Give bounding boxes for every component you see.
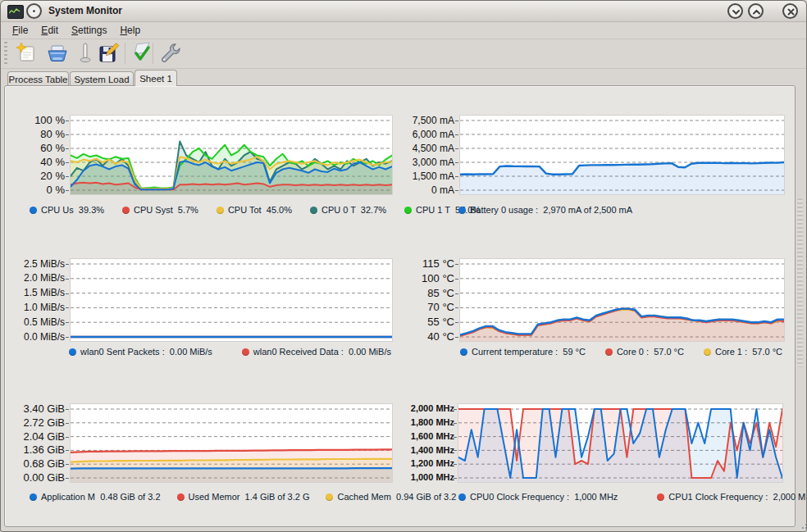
- legend-item: Core 0 : 57.0 °C: [605, 347, 684, 357]
- menu-settings[interactable]: Settings: [65, 23, 113, 38]
- memory-chart-tick-label: 3.40 GiB: [12, 402, 65, 415]
- configure-button[interactable]: [157, 41, 182, 66]
- memory-chart-tick-label: 1.36 GiB: [12, 443, 65, 456]
- battery-chart-tick-label: 1,500 mA: [402, 171, 454, 182]
- series-color-dot: [704, 348, 711, 356]
- battery-chart-tick-label: 0 mA: [402, 184, 454, 196]
- folder-open-icon: [45, 41, 70, 66]
- series-color-dot: [326, 493, 333, 501]
- legend-label: CPU0 Clock Frequency : 1,000 MHz: [470, 492, 618, 502]
- legend-label: CPU 0 T 32.7%: [321, 205, 386, 215]
- titlebar: System Monitor: [1, 1, 806, 22]
- tab-sheet-1[interactable]: Sheet 1: [134, 70, 177, 86]
- legend-label: CPU Tot 45.0%: [228, 205, 292, 215]
- window-menu-button[interactable]: [26, 3, 42, 19]
- memory-chart-tick-label: 0.68 GiB: [12, 457, 65, 470]
- menu-edit[interactable]: Edit: [34, 23, 65, 38]
- axis-tick-mark: [66, 264, 69, 265]
- series-color-dot: [404, 207, 412, 214]
- apply-check-button[interactable]: [130, 41, 154, 66]
- resize-grip[interactable]: [802, 527, 804, 529]
- save-edit-icon: [96, 41, 121, 66]
- tab-process-table[interactable]: Process Table: [7, 71, 69, 86]
- axis-tick-mark: [455, 264, 458, 265]
- axis-tick-mark: [454, 409, 457, 410]
- axis-tick-mark: [66, 437, 69, 438]
- temperature-chart[interactable]: [460, 259, 784, 341]
- cpu-clock-frequency-chart-tick-label: 1,600 MHz: [402, 431, 454, 441]
- wlan0-traffic-chart-tick-label: 2.0 MiB/s: [12, 272, 65, 284]
- maximize-button[interactable]: [748, 3, 764, 19]
- menu-help[interactable]: Help: [113, 23, 147, 38]
- legend-item: Battery 0 usage : 2,970 mA of 2,500 mA: [458, 205, 632, 215]
- legend-label: Used Memor 1.4 GiB of 3.2 G: [189, 492, 310, 502]
- sensor-display-button[interactable]: [73, 41, 98, 66]
- axis-tick-mark: [66, 423, 69, 424]
- menu-file[interactable]: File: [6, 23, 34, 38]
- legend-label: CPU Us 39.3%: [41, 205, 104, 215]
- toolbar-drag-handle[interactable]: [4, 42, 7, 65]
- series-color-dot: [458, 207, 466, 214]
- legend-item: Current temperature : 59 °C: [460, 347, 586, 357]
- legend-label: wlan0 Sent Packets : 0.00 MiB/s: [80, 347, 212, 357]
- axis-tick-mark: [66, 409, 69, 410]
- wlan0-traffic-chart[interactable]: [71, 259, 392, 341]
- cpu-clock-frequency-chart-tick-label: 1,000 MHz: [402, 472, 454, 482]
- battery-chart-tick-label: 7,500 mA: [402, 115, 454, 126]
- minimize-button[interactable]: [727, 3, 743, 19]
- memory-chart[interactable]: [71, 404, 392, 482]
- memory-chart-tick-label: 2.72 GiB: [12, 416, 65, 429]
- series-color-dot: [122, 207, 130, 214]
- battery-chart[interactable]: [460, 116, 784, 194]
- axis-tick-mark: [455, 162, 458, 163]
- toolbar-separator: [153, 43, 153, 64]
- axis-tick-mark: [66, 337, 69, 338]
- legend-item: Cached Mem 0.94 GiB of 3.2: [326, 492, 456, 502]
- axis-tick-mark: [66, 120, 69, 121]
- axis-tick-mark: [455, 337, 458, 338]
- cpu-usage-chart-tick-label: 80 %: [12, 128, 65, 140]
- series-color-dot: [177, 493, 185, 501]
- cpu-clock-frequency-chart[interactable]: [458, 404, 782, 482]
- vertical-scrollbar[interactable]: [797, 198, 803, 367]
- axis-tick-mark: [454, 437, 457, 438]
- system-monitor-window: System Monitor File Edit Settings Help: [0, 0, 807, 532]
- axis-tick-mark: [66, 464, 69, 465]
- legend-item: CPU Syst 5.7%: [122, 205, 198, 215]
- wlan0-traffic-chart-tick-label: 0.0 MiB/s: [12, 331, 65, 343]
- legend-label: CPU1 Clock Frequency : 2,000 MHz: [668, 492, 807, 502]
- cpu-usage-chart-tick-label: 40 %: [12, 156, 65, 168]
- series-color-dot: [69, 348, 76, 356]
- series-color-dot: [657, 493, 664, 501]
- tab-system-load[interactable]: System Load: [70, 71, 134, 86]
- document-new-icon: [14, 41, 39, 66]
- cpu-usage-chart[interactable]: [71, 116, 392, 194]
- temperature-chart-tick-label: 55 °C: [402, 316, 454, 328]
- app-monitor-icon: [7, 5, 24, 19]
- import-worksheet-button[interactable]: [45, 41, 70, 66]
- axis-tick-mark: [455, 190, 458, 191]
- memory-chart-tick-label: 2.04 GiB: [12, 430, 65, 443]
- series-color-dot: [605, 348, 613, 356]
- export-worksheet-button[interactable]: [96, 41, 121, 66]
- axis-tick-mark: [454, 423, 457, 424]
- legend-item: Core 1 : 57.0 °C: [704, 347, 782, 357]
- close-button[interactable]: [782, 3, 798, 19]
- check-icon: [130, 41, 154, 66]
- legend-item: CPU0 Clock Frequency : 1,000 MHz: [458, 492, 618, 502]
- wlan0-traffic-chart-tick-label: 1.0 MiB/s: [12, 302, 65, 313]
- legend-item: CPU 0 T 32.7%: [310, 205, 386, 215]
- battery-chart-tick-label: 4,500 mA: [402, 143, 454, 154]
- window-title: System Monitor: [48, 5, 122, 16]
- legend-item: wlan0 Received Data : 0.00 MiB/s: [242, 347, 391, 357]
- temperature-chart-tick-label: 100 °C: [402, 272, 454, 284]
- battery-chart-tick-label: 6,000 mA: [402, 129, 454, 140]
- cpu-usage-chart-tick-label: 20 %: [12, 170, 65, 182]
- series-color-dot: [310, 207, 317, 214]
- series-color-dot: [458, 493, 466, 501]
- cpu-usage-chart-tick-label: 0 %: [12, 184, 65, 196]
- thermometer-icon: [73, 41, 98, 66]
- cpu-clock-frequency-chart-tick-label: 1,800 MHz: [402, 417, 454, 427]
- new-worksheet-button[interactable]: [14, 41, 39, 66]
- axis-tick-mark: [66, 307, 69, 308]
